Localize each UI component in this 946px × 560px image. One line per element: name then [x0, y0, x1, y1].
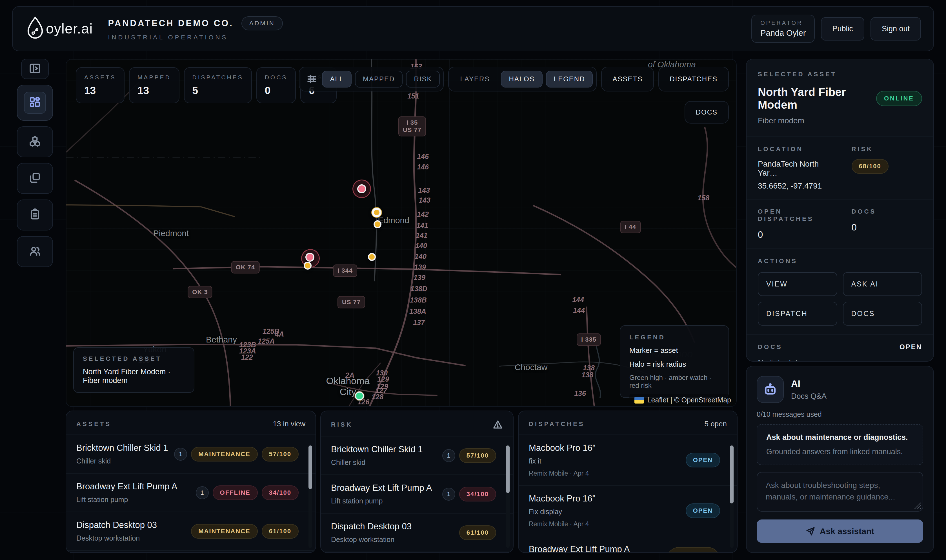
map-place-label: Bethany [206, 335, 237, 345]
ai-suggestion-card[interactable]: Ask about maintenance or diagnostics. Gr… [757, 424, 923, 465]
asset-row[interactable]: Dispatch Desktop 03Desktop workstation M… [66, 512, 315, 550]
asset-marker-amber[interactable] [368, 253, 376, 261]
exit-number-label: 142 [417, 210, 429, 218]
legend-line-halo: Halo = risk radius [630, 360, 719, 369]
operator-label: OPERATOR [760, 20, 806, 26]
layers-group: LAYERS HALOS LEGEND [448, 67, 597, 91]
risk-cell: RISK 68/100 [840, 137, 934, 199]
view-button[interactable]: VIEW [758, 272, 837, 296]
asset-marker-amber[interactable] [304, 262, 312, 269]
legend-chip[interactable]: LEGEND [546, 71, 593, 88]
dispatches-scrollbar[interactable] [730, 445, 734, 548]
ask-assistant-button[interactable]: Ask assistant [757, 520, 923, 543]
dispatch-row[interactable]: Macbook Pro 16"fix itRemix Mobile · Apr … [519, 434, 737, 485]
asset-marker-red[interactable] [306, 253, 315, 262]
risk-row[interactable]: Dispatch Desktop 03Desktop workstation 6… [321, 513, 513, 552]
risk-scrollbar[interactable] [506, 445, 509, 548]
sidebar-item-assets[interactable] [17, 126, 53, 157]
filter-mapped-chip[interactable]: MAPPED [355, 71, 403, 88]
asset-marker-amber-selected[interactable] [372, 208, 381, 217]
cubes-icon [29, 135, 41, 149]
exit-number-label: 158 [698, 194, 709, 202]
risk-row[interactable]: Broadway Ext Lift Pump ALift station pum… [321, 474, 513, 513]
docs-button[interactable]: DOCS [843, 302, 922, 326]
dispatch-count-badge: 1 [174, 448, 187, 461]
risk-scroll-thumb[interactable] [506, 445, 509, 493]
exit-number-label: 125A [258, 337, 275, 345]
layers-chip[interactable]: LAYERS [452, 71, 497, 88]
public-button[interactable]: Public [821, 17, 864, 40]
dispatch-status-badge: OPEN [686, 453, 720, 468]
road-shield-label: I 335 [577, 334, 601, 346]
attribution-text[interactable]: Leaflet | © OpenStreetMap [647, 396, 731, 404]
exit-number-label: 143 [419, 196, 431, 204]
exit-number-label: 138 [582, 371, 593, 379]
docs-empty-text: No linked docs. [758, 358, 922, 362]
score-badge: 61/100 [262, 524, 299, 538]
map-canvas[interactable]: of OklahomaPiedmontEdmondBethanyYukonOkl… [66, 59, 737, 407]
asset-row[interactable]: Edmond Boiler Package BBoiler package RE… [66, 550, 315, 553]
asset-row[interactable]: Bricktown Chiller Skid 1Chiller skid 1MA… [66, 434, 315, 473]
dispatch-row[interactable]: Broadway Ext Lift Pump APump A failed re… [519, 536, 737, 553]
exit-number-label: 2A [346, 371, 354, 379]
stat-assets: ASSETS13 [76, 67, 125, 103]
exit-number-label: 140 [415, 252, 426, 261]
docs-open-link[interactable]: OPEN [900, 343, 922, 351]
exit-number-label: 144 [573, 306, 585, 315]
dispatches-open-count: 5 open [704, 420, 727, 428]
filter-all-chip[interactable]: ALL [322, 71, 352, 88]
dispatch-button[interactable]: DISPATCH [758, 302, 837, 326]
signout-button[interactable]: Sign out [870, 17, 921, 40]
docs-section-label: DOCS [758, 343, 782, 351]
risk-row[interactable]: Bricktown Chiller Skid 1Chiller skid 157… [321, 436, 513, 474]
open-dispatches-value: 0 [758, 229, 829, 240]
map-toolbar: ALL MAPPED RISK LAYERS HALOS LEGEND ASSE… [299, 67, 729, 91]
location-site: PandaTech North Yar… [758, 160, 829, 178]
selected-asset-overlay-value: North Yard Fiber Modem · Fiber modem [83, 368, 185, 385]
sidebar-item-dashboard[interactable] [17, 85, 53, 121]
dispatch-count-badge: 1 [196, 486, 209, 499]
assets-panel-button[interactable]: ASSETS [601, 67, 654, 91]
app-header: oyler.ai PANDATECH DEMO CO. ADMIN INDUST… [12, 6, 934, 51]
exit-number-label: 137 [413, 318, 425, 327]
company-block: PANDATECH DEMO CO. ADMIN INDUSTRIAL OPER… [108, 16, 282, 41]
assets-scrollbar[interactable] [309, 445, 312, 548]
map-place-label: Edmond [378, 215, 409, 225]
ai-question-input[interactable] [757, 472, 923, 512]
assets-panel-title: ASSETS [76, 420, 111, 428]
risk-row[interactable]: Edmond Boiler Package BBoiler package NO… [321, 552, 513, 553]
filter-risk-chip[interactable]: RISK [406, 71, 440, 88]
dashboard-grid-icon [29, 96, 41, 109]
road-shield-label: I 344 [333, 265, 357, 277]
asset-row[interactable]: Broadway Ext Lift Pump ALift station pum… [66, 473, 315, 512]
exit-number-label: 138A [409, 307, 426, 315]
online-status-badge: ONLINE [876, 91, 922, 106]
assets-scroll-thumb[interactable] [309, 445, 312, 489]
asset-marker-red[interactable] [357, 184, 366, 193]
sidebar-item-users[interactable] [17, 236, 53, 267]
dispatches-scroll-thumb[interactable] [730, 445, 734, 503]
stat-docs: DOCS0 [256, 67, 296, 103]
dispatches-panel-button[interactable]: DISPATCHES [658, 67, 729, 91]
legend-title: LEGEND [630, 334, 719, 341]
asset-marker-amber[interactable] [373, 220, 381, 228]
exit-number-label: 146 [417, 163, 429, 171]
halos-chip[interactable]: HALOS [501, 71, 542, 88]
status-badge: MAINTENANCE [191, 524, 258, 538]
sidebar-toggle-button[interactable] [21, 59, 49, 79]
asset-name: North Yard Fiber Modem [758, 86, 876, 111]
sidebar-item-dispatches[interactable] [17, 200, 53, 231]
dispatch-row[interactable]: Macbook Pro 16"Fix displayRemix Mobile ·… [519, 485, 737, 536]
exit-number-label: 143 [418, 186, 430, 194]
legend-line-colors: Green high · amber watch · red risk [630, 374, 719, 389]
admin-badge: ADMIN [241, 16, 283, 31]
map-attribution: Leaflet | © OpenStreetMap [630, 394, 736, 406]
exit-number-label: 4A [275, 330, 284, 338]
docs-panel-button[interactable]: DOCS [685, 101, 729, 123]
filter-group: ALL MAPPED RISK [299, 67, 444, 91]
ask-ai-button[interactable]: ASK AI [843, 272, 922, 296]
ai-subtitle: Docs Q&A [791, 392, 827, 401]
asset-marker-green[interactable] [355, 391, 364, 400]
score-badge: 57/100 [459, 448, 496, 463]
sidebar-item-docs[interactable] [17, 163, 53, 194]
